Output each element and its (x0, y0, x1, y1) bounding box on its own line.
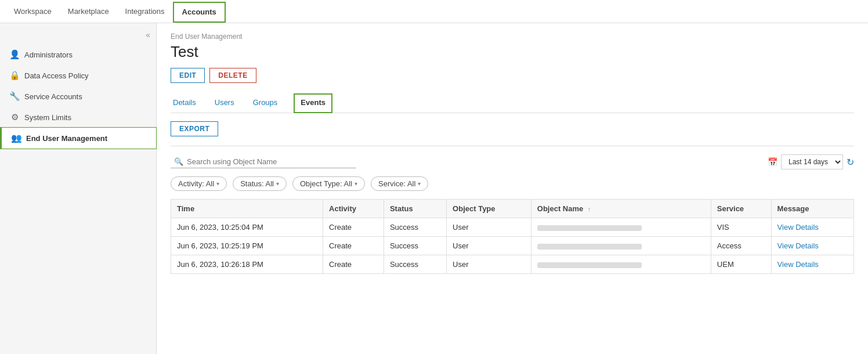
filter-activity-chevron: ▾ (216, 180, 219, 187)
filter-activity-label: Activity: All (178, 179, 214, 188)
divider (171, 146, 854, 146)
filter-status-chevron: ▾ (276, 180, 279, 187)
view-details-link-1[interactable]: View Details (777, 223, 819, 232)
redacted-value-3 (537, 262, 642, 268)
filter-object-type[interactable]: Object Type: All ▾ (292, 176, 365, 191)
refresh-button[interactable]: ↻ (847, 157, 854, 168)
nav-item-marketplace[interactable]: Marketplace (60, 0, 117, 23)
cell-time-3: Jun 6, 2023, 10:26:18 PM (171, 255, 323, 274)
col-header-service: Service (711, 200, 771, 218)
sidebar-item-end-user-management[interactable]: 👥 End User Management (0, 128, 156, 149)
page-title: Test (171, 43, 854, 61)
filter-object-type-chevron: ▾ (355, 180, 357, 187)
cell-object-type-3: User (447, 255, 531, 274)
cell-activity-3: Create (323, 255, 384, 274)
redacted-value-2 (537, 244, 642, 250)
cell-status-2: Success (384, 237, 446, 255)
sidebar-item-service-accounts[interactable]: 🔧 Service Accounts (0, 86, 156, 107)
col-header-message: Message (771, 200, 853, 218)
breadcrumb: End User Management (171, 32, 854, 41)
edit-button[interactable]: EDIT (171, 68, 205, 83)
main-content: End User Management Test EDIT DELETE Det… (157, 23, 868, 354)
cell-service-3: UEM (711, 255, 771, 274)
sidebar-item-system-limits-label: System Limits (24, 113, 71, 122)
sidebar: « 👤 Administrators 🔒 Data Access Policy … (0, 23, 157, 354)
cell-object-type-1: User (447, 218, 531, 237)
view-details-link-2[interactable]: View Details (777, 241, 819, 250)
cell-service-1: VIS (711, 218, 771, 237)
view-details-link-3[interactable]: View Details (777, 260, 819, 269)
cell-object-name-3 (531, 255, 711, 274)
col-header-activity: Activity (323, 200, 384, 218)
service-accounts-icon: 🔧 (9, 91, 20, 102)
filter-service[interactable]: Service: All ▾ (371, 176, 428, 191)
col-header-time: Time (171, 200, 323, 218)
col-header-object-type: Object Type (447, 200, 531, 218)
cell-activity-2: Create (323, 237, 384, 255)
filter-service-label: Service: All (378, 179, 415, 188)
system-limits-icon: ⚙ (9, 112, 20, 122)
cell-time-2: Jun 6, 2023, 10:25:19 PM (171, 237, 323, 255)
tabs: Details Users Groups Events (171, 93, 854, 113)
sidebar-item-administrators-label: Administrators (24, 50, 73, 59)
date-range-select[interactable]: Last 14 days Last 7 days Last 30 days Cu… (781, 154, 843, 169)
filter-status[interactable]: Status: All ▾ (233, 176, 287, 191)
sidebar-item-data-access-policy[interactable]: 🔒 Data Access Policy (0, 65, 156, 86)
filter-status-label: Status: All (240, 179, 274, 188)
data-access-policy-icon: 🔒 (9, 70, 20, 81)
calendar-icon: 📅 (768, 157, 777, 167)
col-header-object-name[interactable]: Object Name ↑ (531, 200, 711, 218)
table-row: Jun 6, 2023, 10:25:19 PM Create Success … (171, 237, 854, 255)
cell-time-1: Jun 6, 2023, 10:25:04 PM (171, 218, 323, 237)
cell-message-2: View Details (771, 237, 853, 255)
filter-pills: Activity: All ▾ Status: All ▾ Object Typ… (171, 176, 854, 191)
cell-status-1: Success (384, 218, 446, 237)
date-filter: 📅 Last 14 days Last 7 days Last 30 days … (768, 154, 854, 169)
filter-object-type-label: Object Type: All (300, 179, 352, 188)
nav-item-workspace[interactable]: Workspace (6, 0, 60, 23)
nav-item-integrations[interactable]: Integrations (117, 0, 173, 23)
table-row: Jun 6, 2023, 10:26:18 PM Create Success … (171, 255, 854, 274)
search-icon: 🔍 (174, 157, 183, 166)
delete-button[interactable]: DELETE (209, 68, 256, 83)
export-button[interactable]: EXPORT (171, 121, 218, 136)
sidebar-item-system-limits[interactable]: ⚙ System Limits (0, 107, 156, 128)
tab-events[interactable]: Events (294, 93, 332, 113)
cell-activity-1: Create (323, 218, 384, 237)
cell-object-name-2 (531, 237, 711, 255)
cell-service-2: Access (711, 237, 771, 255)
cell-status-3: Success (384, 255, 446, 274)
tab-users[interactable]: Users (212, 93, 237, 113)
nav-item-accounts[interactable]: Accounts (173, 2, 226, 23)
sort-icon-object-name: ↑ (588, 205, 591, 212)
cell-object-type-2: User (447, 237, 531, 255)
col-header-status: Status (384, 200, 446, 218)
administrators-icon: 👤 (9, 49, 20, 60)
sidebar-item-service-accounts-label: Service Accounts (24, 92, 82, 101)
sidebar-item-administrators[interactable]: 👤 Administrators (0, 44, 156, 65)
end-user-management-icon: 👥 (11, 133, 21, 143)
action-buttons: EDIT DELETE (171, 68, 854, 83)
top-navigation: Workspace Marketplace Integrations Accou… (0, 0, 868, 23)
cell-object-name-1 (531, 218, 711, 237)
tab-details[interactable]: Details (171, 93, 198, 113)
sidebar-item-data-access-policy-label: Data Access Policy (24, 71, 89, 80)
table-row: Jun 6, 2023, 10:25:04 PM Create Success … (171, 218, 854, 237)
sidebar-collapse-button[interactable]: « (146, 30, 150, 39)
search-box: 🔍 (171, 156, 356, 168)
filter-service-chevron: ▾ (418, 180, 421, 187)
table-body: Jun 6, 2023, 10:25:04 PM Create Success … (171, 218, 854, 274)
sidebar-item-end-user-management-label: End User Management (26, 134, 107, 143)
events-table: Time Activity Status Object Type Object … (171, 199, 854, 274)
cell-message-1: View Details (771, 218, 853, 237)
sidebar-collapse-area: « (0, 28, 156, 44)
search-input[interactable] (187, 157, 353, 166)
cell-message-3: View Details (771, 255, 853, 274)
tab-groups[interactable]: Groups (251, 93, 280, 113)
table-header: Time Activity Status Object Type Object … (171, 200, 854, 218)
filter-activity[interactable]: Activity: All ▾ (171, 176, 227, 191)
search-filter-row: 🔍 📅 Last 14 days Last 7 days Last 30 day… (171, 154, 854, 169)
redacted-value-1 (537, 225, 642, 231)
